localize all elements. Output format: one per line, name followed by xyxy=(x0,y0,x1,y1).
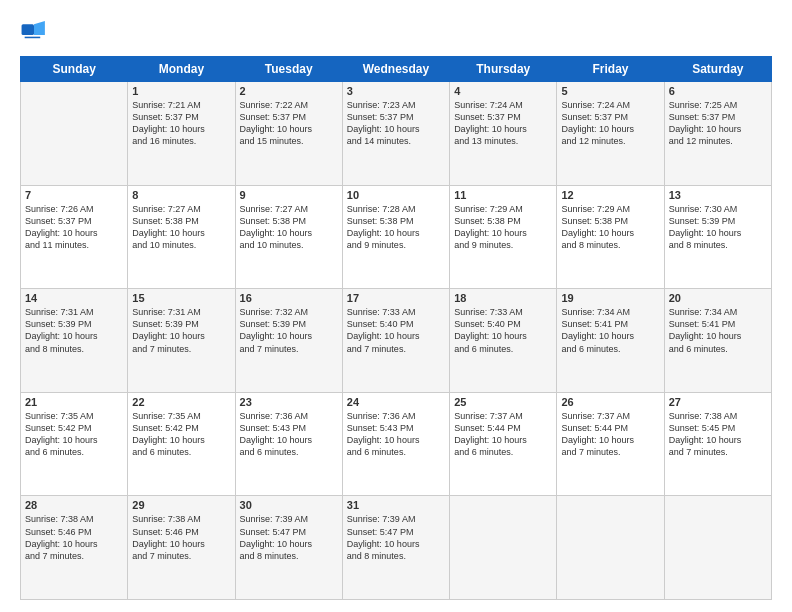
calendar-cell: 24Sunrise: 7:36 AM Sunset: 5:43 PM Dayli… xyxy=(342,392,449,496)
day-info: Sunrise: 7:29 AM Sunset: 5:38 PM Dayligh… xyxy=(561,203,659,252)
day-info: Sunrise: 7:39 AM Sunset: 5:47 PM Dayligh… xyxy=(240,513,338,562)
day-info: Sunrise: 7:35 AM Sunset: 5:42 PM Dayligh… xyxy=(25,410,123,459)
calendar-header-row: SundayMondayTuesdayWednesdayThursdayFrid… xyxy=(21,57,772,82)
day-number: 1 xyxy=(132,85,230,97)
calendar-cell: 1Sunrise: 7:21 AM Sunset: 5:37 PM Daylig… xyxy=(128,82,235,186)
day-info: Sunrise: 7:25 AM Sunset: 5:37 PM Dayligh… xyxy=(669,99,767,148)
week-row-3: 21Sunrise: 7:35 AM Sunset: 5:42 PM Dayli… xyxy=(21,392,772,496)
calendar-cell: 27Sunrise: 7:38 AM Sunset: 5:45 PM Dayli… xyxy=(664,392,771,496)
day-info: Sunrise: 7:37 AM Sunset: 5:44 PM Dayligh… xyxy=(561,410,659,459)
header xyxy=(20,18,772,46)
calendar-cell: 26Sunrise: 7:37 AM Sunset: 5:44 PM Dayli… xyxy=(557,392,664,496)
calendar-cell xyxy=(450,496,557,600)
day-info: Sunrise: 7:38 AM Sunset: 5:46 PM Dayligh… xyxy=(132,513,230,562)
calendar-cell: 9Sunrise: 7:27 AM Sunset: 5:38 PM Daylig… xyxy=(235,185,342,289)
day-number: 21 xyxy=(25,396,123,408)
day-info: Sunrise: 7:33 AM Sunset: 5:40 PM Dayligh… xyxy=(347,306,445,355)
calendar-cell: 23Sunrise: 7:36 AM Sunset: 5:43 PM Dayli… xyxy=(235,392,342,496)
calendar-cell: 19Sunrise: 7:34 AM Sunset: 5:41 PM Dayli… xyxy=(557,289,664,393)
calendar-cell: 12Sunrise: 7:29 AM Sunset: 5:38 PM Dayli… xyxy=(557,185,664,289)
day-number: 31 xyxy=(347,499,445,511)
day-info: Sunrise: 7:38 AM Sunset: 5:46 PM Dayligh… xyxy=(25,513,123,562)
calendar-cell: 13Sunrise: 7:30 AM Sunset: 5:39 PM Dayli… xyxy=(664,185,771,289)
day-info: Sunrise: 7:27 AM Sunset: 5:38 PM Dayligh… xyxy=(132,203,230,252)
day-number: 25 xyxy=(454,396,552,408)
calendar-cell xyxy=(21,82,128,186)
calendar-cell: 28Sunrise: 7:38 AM Sunset: 5:46 PM Dayli… xyxy=(21,496,128,600)
day-info: Sunrise: 7:27 AM Sunset: 5:38 PM Dayligh… xyxy=(240,203,338,252)
day-header-thursday: Thursday xyxy=(450,57,557,82)
week-row-1: 7Sunrise: 7:26 AM Sunset: 5:37 PM Daylig… xyxy=(21,185,772,289)
calendar-cell: 14Sunrise: 7:31 AM Sunset: 5:39 PM Dayli… xyxy=(21,289,128,393)
calendar-cell xyxy=(664,496,771,600)
day-number: 17 xyxy=(347,292,445,304)
day-info: Sunrise: 7:36 AM Sunset: 5:43 PM Dayligh… xyxy=(347,410,445,459)
week-row-4: 28Sunrise: 7:38 AM Sunset: 5:46 PM Dayli… xyxy=(21,496,772,600)
day-info: Sunrise: 7:22 AM Sunset: 5:37 PM Dayligh… xyxy=(240,99,338,148)
day-number: 7 xyxy=(25,189,123,201)
week-row-2: 14Sunrise: 7:31 AM Sunset: 5:39 PM Dayli… xyxy=(21,289,772,393)
calendar-cell: 3Sunrise: 7:23 AM Sunset: 5:37 PM Daylig… xyxy=(342,82,449,186)
day-number: 29 xyxy=(132,499,230,511)
day-number: 27 xyxy=(669,396,767,408)
svg-marker-1 xyxy=(34,21,45,35)
logo-icon xyxy=(20,18,48,46)
day-number: 22 xyxy=(132,396,230,408)
calendar-cell: 8Sunrise: 7:27 AM Sunset: 5:38 PM Daylig… xyxy=(128,185,235,289)
calendar-cell: 25Sunrise: 7:37 AM Sunset: 5:44 PM Dayli… xyxy=(450,392,557,496)
day-number: 26 xyxy=(561,396,659,408)
svg-rect-2 xyxy=(25,37,41,39)
day-header-wednesday: Wednesday xyxy=(342,57,449,82)
day-number: 12 xyxy=(561,189,659,201)
calendar-cell: 20Sunrise: 7:34 AM Sunset: 5:41 PM Dayli… xyxy=(664,289,771,393)
day-number: 11 xyxy=(454,189,552,201)
day-header-friday: Friday xyxy=(557,57,664,82)
day-header-monday: Monday xyxy=(128,57,235,82)
day-number: 4 xyxy=(454,85,552,97)
calendar-page: SundayMondayTuesdayWednesdayThursdayFrid… xyxy=(0,0,792,612)
day-number: 20 xyxy=(669,292,767,304)
day-info: Sunrise: 7:29 AM Sunset: 5:38 PM Dayligh… xyxy=(454,203,552,252)
calendar-cell: 29Sunrise: 7:38 AM Sunset: 5:46 PM Dayli… xyxy=(128,496,235,600)
day-number: 16 xyxy=(240,292,338,304)
calendar-cell: 31Sunrise: 7:39 AM Sunset: 5:47 PM Dayli… xyxy=(342,496,449,600)
day-number: 30 xyxy=(240,499,338,511)
calendar-cell: 15Sunrise: 7:31 AM Sunset: 5:39 PM Dayli… xyxy=(128,289,235,393)
calendar-cell: 17Sunrise: 7:33 AM Sunset: 5:40 PM Dayli… xyxy=(342,289,449,393)
day-info: Sunrise: 7:24 AM Sunset: 5:37 PM Dayligh… xyxy=(454,99,552,148)
calendar-cell: 7Sunrise: 7:26 AM Sunset: 5:37 PM Daylig… xyxy=(21,185,128,289)
day-number: 2 xyxy=(240,85,338,97)
day-number: 10 xyxy=(347,189,445,201)
calendar-cell: 21Sunrise: 7:35 AM Sunset: 5:42 PM Dayli… xyxy=(21,392,128,496)
day-number: 18 xyxy=(454,292,552,304)
day-number: 6 xyxy=(669,85,767,97)
logo xyxy=(20,18,52,46)
week-row-0: 1Sunrise: 7:21 AM Sunset: 5:37 PM Daylig… xyxy=(21,82,772,186)
day-number: 28 xyxy=(25,499,123,511)
day-info: Sunrise: 7:31 AM Sunset: 5:39 PM Dayligh… xyxy=(25,306,123,355)
calendar-cell: 6Sunrise: 7:25 AM Sunset: 5:37 PM Daylig… xyxy=(664,82,771,186)
calendar-cell: 5Sunrise: 7:24 AM Sunset: 5:37 PM Daylig… xyxy=(557,82,664,186)
day-header-saturday: Saturday xyxy=(664,57,771,82)
day-number: 24 xyxy=(347,396,445,408)
day-header-tuesday: Tuesday xyxy=(235,57,342,82)
day-number: 3 xyxy=(347,85,445,97)
day-info: Sunrise: 7:34 AM Sunset: 5:41 PM Dayligh… xyxy=(561,306,659,355)
calendar-cell xyxy=(557,496,664,600)
day-info: Sunrise: 7:28 AM Sunset: 5:38 PM Dayligh… xyxy=(347,203,445,252)
day-info: Sunrise: 7:37 AM Sunset: 5:44 PM Dayligh… xyxy=(454,410,552,459)
day-header-sunday: Sunday xyxy=(21,57,128,82)
day-info: Sunrise: 7:33 AM Sunset: 5:40 PM Dayligh… xyxy=(454,306,552,355)
day-info: Sunrise: 7:21 AM Sunset: 5:37 PM Dayligh… xyxy=(132,99,230,148)
calendar-cell: 30Sunrise: 7:39 AM Sunset: 5:47 PM Dayli… xyxy=(235,496,342,600)
day-info: Sunrise: 7:35 AM Sunset: 5:42 PM Dayligh… xyxy=(132,410,230,459)
day-number: 5 xyxy=(561,85,659,97)
day-number: 9 xyxy=(240,189,338,201)
calendar-cell: 4Sunrise: 7:24 AM Sunset: 5:37 PM Daylig… xyxy=(450,82,557,186)
calendar-cell: 11Sunrise: 7:29 AM Sunset: 5:38 PM Dayli… xyxy=(450,185,557,289)
day-info: Sunrise: 7:31 AM Sunset: 5:39 PM Dayligh… xyxy=(132,306,230,355)
day-info: Sunrise: 7:38 AM Sunset: 5:45 PM Dayligh… xyxy=(669,410,767,459)
day-info: Sunrise: 7:30 AM Sunset: 5:39 PM Dayligh… xyxy=(669,203,767,252)
day-info: Sunrise: 7:34 AM Sunset: 5:41 PM Dayligh… xyxy=(669,306,767,355)
calendar-table: SundayMondayTuesdayWednesdayThursdayFrid… xyxy=(20,56,772,600)
